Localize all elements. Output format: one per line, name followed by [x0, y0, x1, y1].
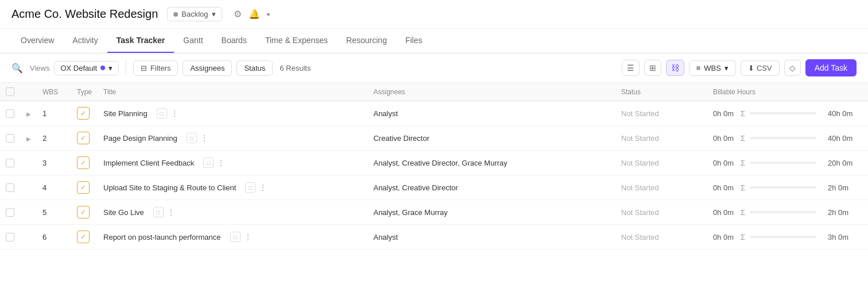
row-assignees: Analyst, Creative Director [367, 175, 615, 200]
status-filter[interactable]: Status [237, 60, 273, 76]
row-billable: 0h 0m Σ [707, 101, 822, 126]
search-icon[interactable]: 🔍 [11, 63, 23, 74]
row-checkbox[interactable] [6, 233, 14, 241]
billable-hours-cell: 0h 0m Σ [713, 208, 816, 217]
row-more-icon[interactable]: ⋮ [217, 158, 225, 167]
row-type: ✓ [71, 151, 98, 175]
status-dot [173, 12, 178, 17]
task-type-icon: ✓ [77, 206, 90, 218]
total-hours-text: 40h 0m [828, 109, 852, 118]
chevron-down-icon: ▾ [724, 64, 728, 72]
row-assignees: Analyst [367, 101, 615, 126]
row-checkbox-cell [0, 101, 21, 126]
nav-tabs: Overview Activity Task Tracker Gantt Boa… [0, 29, 868, 53]
tab-task-tracker[interactable]: Task Tracker [107, 29, 175, 53]
row-title-text: Implement Client Feedback [103, 159, 194, 167]
task-table: WBS Type Title Assignees Status Billable… [0, 83, 868, 250]
list-view-button[interactable]: ☰ [622, 60, 640, 76]
table-row: ▶ 1 ✓ Site Planning □ ⋮ Analyst Not Star… [0, 101, 868, 126]
expand-arrow[interactable]: ▶ [26, 111, 31, 117]
tab-activity[interactable]: Activity [63, 29, 107, 53]
row-wbs: 6 [37, 225, 71, 250]
row-title: Page Design Planning □ ⋮ [98, 126, 367, 151]
row-checkbox[interactable] [6, 183, 14, 192]
layout-icon[interactable]: ▪ [267, 9, 270, 20]
row-view-icon[interactable]: □ [230, 232, 241, 242]
tab-resourcing[interactable]: Resourcing [337, 29, 396, 53]
tab-gantt[interactable]: Gantt [174, 29, 212, 53]
expand-arrow[interactable]: ▶ [26, 136, 31, 142]
wbs-select[interactable]: ≡ WBS ▾ [689, 60, 736, 76]
views-select[interactable]: OX Default ▾ [54, 61, 119, 75]
tab-overview[interactable]: Overview [11, 29, 63, 53]
status-text: Not Started [621, 208, 659, 217]
row-checkbox[interactable] [6, 159, 14, 167]
row-view-icon[interactable]: □ [245, 182, 255, 193]
table-header-row: WBS Type Title Assignees Status Billable… [0, 83, 868, 101]
add-task-button[interactable]: Add Task [805, 59, 857, 76]
row-more-icon[interactable]: ⋮ [170, 109, 179, 118]
row-status: Not Started [615, 126, 707, 151]
task-type-icon: ✓ [77, 156, 90, 169]
row-total-hours: 20h 0m [822, 151, 868, 175]
sigma-icon: Σ [741, 183, 745, 192]
row-checkbox[interactable] [6, 208, 14, 217]
progress-bar-container [750, 211, 816, 213]
grid-view-button[interactable]: ⊞ [644, 60, 661, 76]
row-view-icon[interactable]: □ [187, 133, 197, 143]
row-checkbox-cell [0, 225, 21, 250]
chevron-down-icon: ▾ [212, 10, 216, 18]
select-all-checkbox[interactable] [6, 87, 14, 96]
status-label: Status [244, 64, 265, 72]
row-title-text: Upload Site to Staging & Route to Client [103, 183, 236, 192]
row-view-icon[interactable]: □ [157, 108, 167, 118]
row-status: Not Started [615, 151, 707, 175]
row-assignees: Analyst, Creative Director, Grace Murray [367, 151, 615, 175]
tab-files[interactable]: Files [396, 29, 432, 53]
csv-button[interactable]: ⬇ CSV [741, 60, 780, 76]
row-more-icon[interactable]: ⋮ [244, 232, 252, 241]
app-header: Acme Co. Website Redesign Backlog ▾ ⚙ 🔔 … [0, 0, 868, 29]
status-badge[interactable]: Backlog ▾ [167, 7, 222, 21]
row-total-hours: 40h 0m [822, 101, 868, 126]
filter-button[interactable]: ⊟ Filters [133, 60, 178, 76]
table-row: 5 ✓ Site Go Live □ ⋮ Analyst, Grace Murr… [0, 200, 868, 225]
layers-icon-button[interactable]: ◇ [784, 60, 801, 76]
row-view-icon[interactable]: □ [203, 158, 214, 168]
bell-icon[interactable]: 🔔 [249, 9, 260, 20]
row-expand-cell [21, 200, 37, 225]
tab-boards[interactable]: Boards [212, 29, 256, 53]
row-more-icon[interactable]: ⋮ [200, 133, 208, 143]
hours-value: 0h 0m [713, 233, 736, 241]
col-header-check [0, 83, 21, 101]
sort-icon: ≡ [696, 64, 701, 72]
hours-value: 0h 0m [713, 208, 736, 217]
sigma-icon: Σ [741, 159, 745, 167]
wbs-view-button[interactable]: ⛓ [666, 60, 684, 76]
row-status: Not Started [615, 175, 707, 200]
row-title: Upload Site to Staging & Route to Client… [98, 175, 367, 200]
status-text: Not Started [621, 233, 659, 241]
settings-icon[interactable]: ⚙ [234, 9, 242, 20]
row-more-icon[interactable]: ⋮ [259, 183, 267, 192]
row-actions: □ ⋮ [187, 133, 208, 143]
row-title: Site Planning □ ⋮ [98, 101, 367, 126]
assignees-filter[interactable]: Assignees [183, 60, 232, 76]
col-header-wbs: WBS [37, 83, 71, 101]
row-total-hours: 2h 0m [822, 200, 868, 225]
tab-time-expenses[interactable]: Time & Expenses [256, 29, 337, 53]
row-actions: □ ⋮ [203, 158, 225, 168]
row-more-icon[interactable]: ⋮ [167, 208, 175, 217]
row-billable: 0h 0m Σ [707, 225, 822, 250]
row-checkbox[interactable] [6, 109, 14, 118]
col-header-title: Title [98, 83, 367, 101]
row-type: ✓ [71, 225, 98, 250]
row-expand-cell [21, 175, 37, 200]
row-checkbox[interactable] [6, 134, 14, 143]
row-view-icon[interactable]: □ [153, 207, 164, 217]
row-title-text: Report on post-launch performance [103, 233, 221, 241]
row-assignees: Creative Director [367, 126, 615, 151]
row-billable: 0h 0m Σ [707, 151, 822, 175]
status-label: Backlog [181, 10, 208, 18]
col-header-assignees: Assignees [367, 83, 615, 101]
